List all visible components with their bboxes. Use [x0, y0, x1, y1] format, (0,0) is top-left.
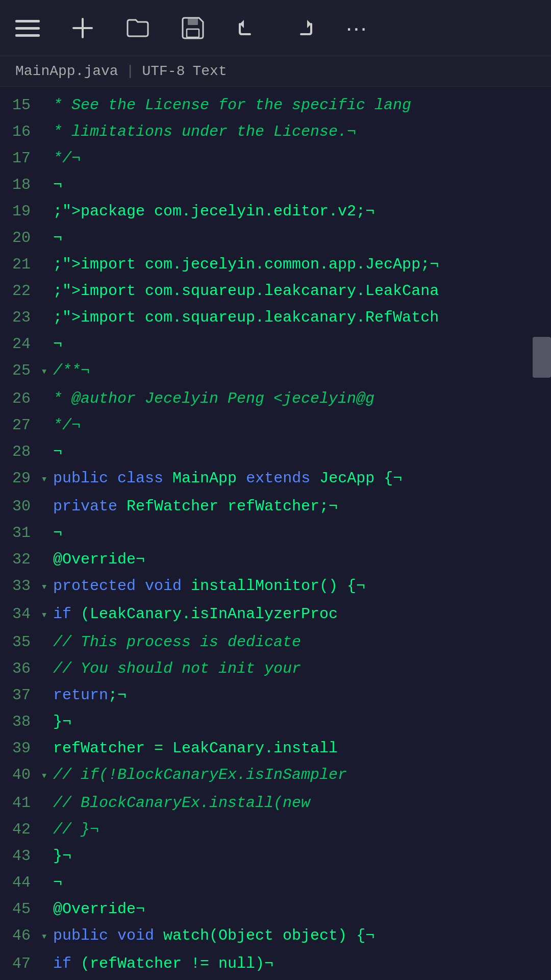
svg-rect-6	[187, 29, 199, 37]
line-number: 32	[0, 546, 41, 573]
line-number: 37	[0, 682, 41, 708]
code-editor[interactable]: 15 * See the License for the specific la…	[0, 87, 551, 980]
menu-button[interactable]	[15, 16, 40, 40]
line-number: 27	[0, 412, 41, 438]
table-row: 48 refWatcher.watch(object);¬	[0, 977, 551, 980]
table-row: 20¬	[0, 225, 551, 251]
save-button[interactable]	[181, 16, 205, 40]
line-number: 48	[0, 977, 41, 980]
line-number: 17	[0, 145, 41, 172]
table-row: 39 refWatcher = LeakCanary.install	[0, 735, 551, 762]
line-number: 46	[0, 922, 41, 949]
table-row: 25▾/**¬	[0, 357, 551, 385]
line-number: 35	[0, 629, 41, 655]
line-number: 16	[0, 118, 41, 145]
line-content: if (refWatcher != null)¬	[53, 950, 551, 977]
line-number: 25	[0, 357, 41, 384]
line-content: * limitations under the License.¬	[53, 118, 551, 145]
fold-icon[interactable]: ▾	[41, 467, 53, 493]
line-number: 30	[0, 493, 41, 520]
table-row: 43 }¬	[0, 843, 551, 869]
table-row: 46▾ public void watch(Object object) {¬	[0, 922, 551, 950]
folder-button[interactable]	[126, 16, 150, 40]
line-number: 31	[0, 520, 41, 546]
line-number: 47	[0, 950, 41, 977]
line-number: 45	[0, 896, 41, 922]
line-number: 39	[0, 735, 41, 762]
line-content: // if(!BlockCanaryEx.isInSampler	[53, 762, 551, 788]
table-row: 24¬	[0, 331, 551, 357]
table-row: 29▾public class MainApp extends JecApp {…	[0, 465, 551, 493]
table-row: 30 private RefWatcher refWatcher;¬	[0, 493, 551, 520]
line-content: public void watch(Object object) {¬	[53, 922, 551, 949]
table-row: 32 @Override¬	[0, 546, 551, 573]
line-number: 36	[0, 655, 41, 682]
table-row: 26 * @author Jecelyin Peng <jecelyin@g	[0, 385, 551, 412]
line-content: * See the License for the specific lang	[53, 92, 551, 118]
table-row: 27 */¬	[0, 412, 551, 438]
line-content: // BlockCanaryEx.install(new	[53, 790, 551, 816]
fold-icon[interactable]: ▾	[41, 763, 53, 790]
line-number: 42	[0, 816, 41, 843]
code-lines: 15 * See the License for the specific la…	[0, 87, 551, 980]
table-row: 37 return;¬	[0, 682, 551, 708]
table-row: 33▾ protected void installMonitor() {¬	[0, 573, 551, 601]
fold-icon[interactable]: ▾	[41, 602, 53, 629]
table-row: 40▾// if(!BlockCanaryEx.isInSampler	[0, 762, 551, 790]
line-content: ¬	[53, 225, 551, 251]
table-row: 47 if (refWatcher != null)¬	[0, 950, 551, 977]
line-content: // You should not init your	[53, 655, 551, 682]
table-row: 44¬	[0, 869, 551, 896]
line-number: 26	[0, 385, 41, 412]
line-number: 15	[0, 92, 41, 118]
table-row: 19;">package com.jecelyin.editor.v2;¬	[0, 198, 551, 225]
undo-button[interactable]	[236, 16, 260, 40]
add-button[interactable]	[70, 16, 95, 40]
more-button[interactable]: ···	[346, 15, 368, 41]
line-number: 38	[0, 708, 41, 735]
line-content: /**¬	[53, 357, 551, 384]
line-content: ;">package com.jecelyin.editor.v2;¬	[53, 198, 551, 225]
table-row: 28¬	[0, 438, 551, 465]
line-content: * @author Jecelyin Peng <jecelyin@g	[53, 385, 551, 412]
table-row: 23;">import com.squareup.leakcanary.RefW…	[0, 304, 551, 331]
table-row: 22;">import com.squareup.leakcanary.Leak…	[0, 278, 551, 304]
line-content: if (LeakCanary.isInAnalyzerProc	[53, 601, 551, 627]
svg-rect-0	[15, 20, 40, 22]
table-row: 36 // You should not init your	[0, 655, 551, 682]
svg-rect-2	[15, 34, 40, 37]
line-content: // This process is dedicate	[53, 629, 551, 655]
table-row: 45 @Override¬	[0, 896, 551, 922]
line-content: ;">import com.squareup.leakcanary.LeakCa…	[53, 278, 551, 304]
line-number: 22	[0, 278, 41, 304]
line-content: }¬	[53, 843, 551, 869]
table-row: 42// }¬	[0, 816, 551, 843]
filename-label: MainApp.java	[15, 63, 118, 79]
type-label: Text	[192, 63, 227, 79]
scrollbar-thumb[interactable]	[533, 337, 551, 378]
encoding-label: UTF-8	[142, 63, 185, 79]
line-content: protected void installMonitor() {¬	[53, 573, 551, 599]
line-number: 28	[0, 438, 41, 465]
line-number: 18	[0, 172, 41, 198]
line-content: @Override¬	[53, 896, 551, 922]
line-number: 41	[0, 790, 41, 816]
line-number: 34	[0, 601, 41, 627]
line-number: 40	[0, 762, 41, 788]
table-row: 31¬	[0, 520, 551, 546]
fold-icon[interactable]: ▾	[41, 359, 53, 385]
table-row: 34▾ if (LeakCanary.isInAnalyzerProc	[0, 601, 551, 629]
table-row: 15 * See the License for the specific la…	[0, 92, 551, 118]
line-content: ¬	[53, 438, 551, 465]
fold-icon[interactable]: ▾	[41, 574, 53, 601]
redo-button[interactable]	[291, 16, 315, 40]
table-row: 16 * limitations under the License.¬	[0, 118, 551, 145]
line-content: ¬	[53, 172, 551, 198]
line-number: 33	[0, 573, 41, 599]
line-content: }¬	[53, 708, 551, 735]
line-content: ¬	[53, 869, 551, 896]
svg-rect-1	[15, 27, 40, 30]
line-number: 20	[0, 225, 41, 251]
table-row: 21;">import com.jecelyin.common.app.JecA…	[0, 251, 551, 278]
fold-icon[interactable]: ▾	[41, 924, 53, 950]
